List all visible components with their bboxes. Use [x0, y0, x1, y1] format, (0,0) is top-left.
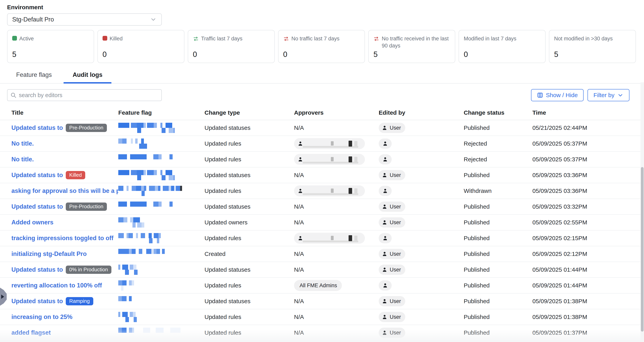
- audit-title-link[interactable]: Updated status to: [12, 124, 63, 131]
- column-header: Approvers: [294, 109, 379, 116]
- approver-redacted-pill: [294, 233, 365, 244]
- change-status-cell: Published: [464, 282, 532, 289]
- audit-title-link[interactable]: Updated status to: [12, 172, 63, 179]
- approvers-cell: N/A: [294, 219, 379, 226]
- editor-person-chip: [379, 139, 392, 149]
- editor-user-chip: User: [379, 170, 405, 180]
- stat-card: Killed 0: [98, 30, 184, 63]
- change-status-cell: Published: [464, 219, 532, 226]
- status-badge: [105, 284, 112, 287]
- environment-selected-value: Stg-Default Pro: [12, 16, 54, 23]
- time-cell: 05/09/2025 02:55PM: [532, 219, 636, 226]
- stat-value: 5: [554, 50, 631, 59]
- edited-by-cell: User: [379, 328, 464, 338]
- stat-card: Not modified in >30 days 5: [549, 30, 636, 63]
- editor-user-chip: User: [379, 123, 405, 133]
- person-icon: [382, 219, 388, 226]
- audit-title-link[interactable]: reverting allocation to 100% off: [12, 282, 102, 289]
- status-badge: [36, 158, 44, 161]
- time-cell: 05/09/2025 05:37PM: [532, 140, 636, 147]
- approvers-cell: N/A: [294, 172, 379, 178]
- edited-by-cell: [379, 139, 464, 149]
- table-row: added flagset Updated rules N/A User Pub…: [0, 325, 644, 341]
- change-type-cell: Updated statuses: [204, 266, 294, 273]
- feature-flag-redacted: [118, 186, 200, 196]
- no-traffic-arrows-icon: [283, 36, 289, 42]
- audit-title-link[interactable]: added flagset: [12, 329, 51, 336]
- table-row: Updated status to 0% in Production Updat…: [0, 262, 644, 278]
- stat-label: Killed: [110, 35, 122, 42]
- approver-group-chip: All FME Admins: [294, 280, 342, 291]
- person-icon: [382, 314, 388, 320]
- scrollbar-track[interactable]: [640, 82, 644, 342]
- stat-value: 0: [464, 50, 540, 59]
- editor-user-chip: User: [379, 217, 405, 227]
- show-hide-button[interactable]: Show / Hide: [531, 89, 584, 101]
- edited-by-cell: User: [379, 312, 464, 322]
- scrollbar-thumb[interactable]: [641, 167, 644, 331]
- search-input[interactable]: [7, 89, 162, 101]
- status-badge: Killed: [66, 171, 86, 179]
- audit-title-link[interactable]: asking for approval so this will be a pe: [12, 187, 118, 194]
- environment-select[interactable]: Stg-Default Pro: [7, 14, 162, 26]
- table-row: increasing on to 25% Updated rules N/A U…: [0, 309, 644, 325]
- stat-value: 0: [193, 50, 270, 59]
- tab-feature-flags[interactable]: Feature flags: [7, 69, 61, 83]
- audit-title-link[interactable]: Added owners: [12, 219, 54, 226]
- stat-card: Active 5: [7, 30, 94, 63]
- stat-label: Not modified in >30 days: [554, 35, 613, 42]
- approvers-cell: N/A: [294, 266, 379, 273]
- change-status-cell: Withdrawn: [464, 188, 532, 194]
- stat-label: Traffic last 7 days: [201, 35, 242, 42]
- status-badge: [75, 315, 82, 318]
- stat-value: 5: [12, 50, 89, 59]
- edited-by-cell: [379, 154, 464, 165]
- audit-title-link[interactable]: No title.: [12, 156, 34, 163]
- table-row: [0, 341, 644, 342]
- change-status-cell: Published: [464, 314, 532, 320]
- approvers-cell: N/A: [294, 329, 379, 336]
- chevron-right-icon: [1, 294, 4, 299]
- audit-title-link[interactable]: Updated status to: [12, 266, 63, 273]
- audit-title-link[interactable]: Updated status to: [12, 203, 63, 210]
- environment-label: Environment: [7, 4, 637, 11]
- person-icon: [382, 125, 388, 131]
- person-icon: [382, 251, 388, 257]
- approver-redacted-pill: [294, 138, 365, 149]
- person-icon: [382, 235, 388, 241]
- change-type-cell: Updated owners: [204, 219, 294, 226]
- time-cell: 05/09/2025 02:12PM: [532, 251, 636, 257]
- approver-redacted-pill: [294, 154, 365, 165]
- table-row: Added owners Updated owners N/A User Pub…: [0, 215, 644, 230]
- status-badge: [89, 252, 96, 255]
- time-cell: 05/09/2025 01:37PM: [532, 329, 636, 336]
- change-status-cell: Published: [464, 203, 532, 210]
- column-header: Feature flag: [118, 109, 204, 116]
- edited-by-cell: [379, 280, 464, 290]
- table-row: No title. Updated rules Rejected 05/09/2…: [0, 136, 644, 152]
- status-badge: Pre-Production: [66, 124, 107, 132]
- chevron-down-icon: [617, 92, 624, 98]
- change-type-cell: Created: [204, 251, 294, 257]
- table-row: tracking impressions toggled to off Upda…: [0, 230, 644, 246]
- tab-audit-logs[interactable]: Audit logs: [64, 69, 112, 83]
- audit-title-link[interactable]: initializing stg-Default Pro: [12, 250, 86, 257]
- filter-by-button[interactable]: Filter by: [588, 89, 630, 101]
- search-icon: [10, 92, 16, 98]
- person-icon: [297, 156, 304, 163]
- audit-title-link[interactable]: increasing on to 25%: [12, 313, 72, 320]
- edited-by-cell: User: [379, 123, 464, 133]
- change-type-cell: Updated rules: [204, 314, 294, 320]
- approvers-cell: N/A: [294, 125, 379, 131]
- editor-user-chip: User: [379, 202, 405, 212]
- audit-title-link[interactable]: tracking impressions toggled to off: [12, 235, 113, 242]
- change-status-cell: Rejected: [464, 156, 532, 163]
- change-status-cell: Published: [464, 251, 532, 257]
- change-status-cell: Published: [464, 329, 532, 336]
- killed-square-icon: [102, 36, 107, 41]
- search-wrap: [7, 89, 162, 101]
- person-icon: [382, 298, 388, 304]
- audit-title-link[interactable]: Updated status to: [12, 298, 63, 305]
- change-status-cell: Published: [464, 172, 532, 178]
- audit-title-link[interactable]: No title.: [12, 140, 34, 147]
